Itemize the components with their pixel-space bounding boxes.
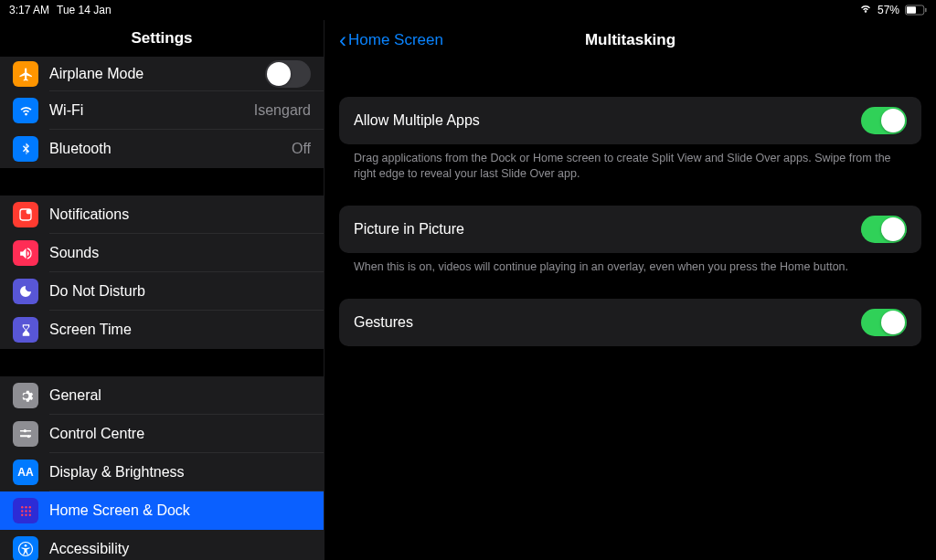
svg-rect-1 [907,6,916,13]
sidebar-item-label: Do Not Disturb [49,283,311,300]
battery-percent: 57% [878,4,899,16]
battery-icon [905,5,927,16]
wifi-value: Isengard [254,102,311,119]
setting-label: Picture in Picture [354,221,464,238]
detail-pane: ‹ Home Screen Multitasking Allow Multipl… [324,20,936,560]
airplane-toggle[interactable] [265,60,311,88]
back-button[interactable]: ‹ Home Screen [339,29,443,51]
setting-picture-in-picture[interactable]: Picture in Picture [339,206,921,253]
svg-point-10 [25,506,27,508]
sidebar-item-label: Control Centre [49,426,311,442]
setting-description: When this is on, videos will continue pl… [339,253,921,291]
gestures-toggle[interactable] [861,309,907,336]
bluetooth-value: Off [292,141,311,157]
sidebar-item-label: Accessibility [49,541,311,557]
sidebar-item-airplane-mode[interactable]: Airplane Mode [0,57,324,91]
sidebar-item-accessibility[interactable]: Accessibility [0,530,324,560]
status-time: 3:17 AM [9,4,49,16]
detail-header: ‹ Home Screen Multitasking [339,20,921,60]
sidebar-item-label: General [49,387,311,404]
sidebar-item-wifi[interactable]: Wi-Fi Isengard [0,91,324,130]
picture-in-picture-toggle[interactable] [861,216,907,243]
sidebar-item-sounds[interactable]: Sounds [0,234,324,272]
svg-point-4 [27,209,31,214]
sidebar-item-label: Notifications [49,206,311,223]
sidebar-item-general[interactable]: General [0,376,324,415]
sidebar-item-label: Airplane Mode [49,66,265,82]
notifications-icon [13,202,38,227]
wifi-status-icon [859,4,872,16]
bluetooth-icon [13,136,38,162]
sidebar-item-label: Display & Brightness [49,464,311,481]
status-bar: 3:17 AM Tue 14 Jan 57% [0,0,936,20]
sidebar-item-control-centre[interactable]: Control Centre [0,415,324,453]
sidebar-item-label: Home Screen & Dock [49,502,311,519]
settings-sidebar: Settings Airplane Mode Wi-Fi Isengard [0,20,324,560]
setting-description: Drag applications from the Dock or Home … [339,144,921,198]
sidebar-item-notifications[interactable]: Notifications [0,195,324,234]
svg-rect-8 [20,436,31,437]
sidebar-item-screen-time[interactable]: Screen Time [0,311,324,349]
svg-point-19 [25,544,27,547]
moon-icon [13,279,38,304]
svg-point-17 [28,513,30,515]
sidebar-item-do-not-disturb[interactable]: Do Not Disturb [0,272,324,311]
sidebar-item-label: Wi-Fi [49,102,254,119]
airplane-icon [13,61,38,87]
chevron-left-icon: ‹ [339,29,346,51]
svg-point-12 [21,510,23,512]
accessibility-icon [13,536,38,560]
sounds-icon [13,240,38,266]
gear-icon [13,383,38,408]
svg-point-16 [25,513,27,515]
detail-title: Multitasking [585,31,675,49]
status-date: Tue 14 Jan [57,4,112,16]
setting-gestures[interactable]: Gestures [339,299,921,346]
sidebar-item-label: Bluetooth [49,141,292,157]
sidebar-item-label: Sounds [49,245,311,261]
svg-point-11 [28,506,30,508]
setting-allow-multiple-apps[interactable]: Allow Multiple Apps [339,97,921,144]
back-label: Home Screen [348,31,443,49]
sidebar-item-display-brightness[interactable]: AA Display & Brightness [0,453,324,491]
svg-point-14 [28,510,30,512]
svg-point-13 [25,510,27,512]
svg-point-15 [21,513,23,515]
setting-label: Gestures [354,314,413,331]
sidebar-item-bluetooth[interactable]: Bluetooth Off [0,130,324,168]
aa-icon: AA [13,460,38,485]
sidebar-item-home-screen-dock[interactable]: Home Screen & Dock [0,491,324,530]
sidebar-title: Settings [0,20,324,57]
sidebar-item-label: Screen Time [49,322,311,338]
svg-rect-2 [925,8,926,13]
hourglass-icon [13,317,38,343]
grid-icon [13,498,38,523]
svg-point-9 [21,506,23,508]
wifi-icon [13,98,38,123]
setting-label: Allow Multiple Apps [354,112,480,129]
allow-multiple-apps-toggle[interactable] [861,107,907,134]
sliders-icon [13,421,38,447]
svg-rect-7 [20,430,31,431]
